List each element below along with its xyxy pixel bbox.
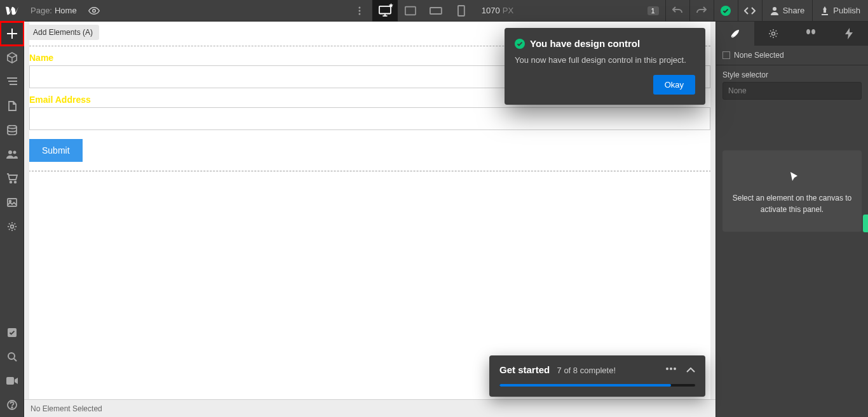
get-started-panel: Get started 7 of 8 complete! — [489, 355, 705, 397]
feedback-tab[interactable] — [863, 215, 868, 232]
style-tab[interactable] — [716, 22, 754, 46]
progress-bar — [499, 384, 695, 387]
get-started-progress-text: 7 of 8 complete! — [557, 366, 616, 375]
svg-rect-23 — [6, 377, 14, 385]
svg-point-22 — [8, 353, 15, 359]
ecommerce-button[interactable] — [0, 166, 24, 190]
svg-rect-5 — [405, 6, 416, 15]
style-selector-label: Style selector — [716, 65, 868, 82]
svg-rect-7 — [458, 6, 465, 16]
svg-point-30 — [674, 367, 676, 370]
svg-point-29 — [670, 367, 672, 370]
interactions-tab[interactable] — [830, 22, 868, 46]
submit-button[interactable]: Submit — [29, 139, 83, 162]
selection-indicator: None Selected — [716, 46, 868, 65]
panel-tabs — [716, 22, 868, 46]
svg-point-14 — [8, 150, 12, 154]
checkbox-icon — [722, 51, 730, 59]
svg-point-25 — [11, 407, 13, 408]
status-text: No Element Selected — [31, 404, 102, 413]
popover-title-row: You have design control — [515, 38, 695, 49]
add-elements-tooltip: Add Elements (A) — [27, 25, 99, 40]
preview-button[interactable] — [83, 0, 105, 22]
empty-panel-hint: Select an element on the canvas to activ… — [722, 150, 862, 232]
cms-button[interactable] — [0, 118, 24, 142]
notification-badge[interactable]: 1 — [648, 6, 659, 15]
page-selector[interactable]: Page: Home — [24, 6, 83, 15]
left-sidebar — [0, 22, 24, 417]
help-button[interactable] — [0, 393, 24, 417]
export-code-button[interactable] — [738, 0, 762, 22]
get-started-title: Get started — [499, 364, 550, 375]
more-icon[interactable] — [666, 367, 676, 373]
page-label: Page: — [31, 6, 52, 15]
svg-rect-6 — [430, 8, 442, 14]
page-name: Home — [55, 6, 77, 15]
users-button[interactable] — [0, 142, 24, 166]
style-manager-tab[interactable] — [792, 22, 831, 46]
progress-fill — [499, 384, 671, 387]
navigator-button[interactable] — [0, 70, 24, 94]
svg-rect-12 — [10, 84, 17, 85]
svg-rect-10 — [7, 77, 17, 79]
popover-body: You now have full design control in this… — [515, 55, 695, 65]
svg-point-9 — [773, 7, 776, 11]
search-button[interactable] — [0, 345, 24, 369]
svg-point-13 — [8, 126, 17, 129]
status-saved-icon[interactable] — [714, 0, 738, 22]
svg-point-3 — [358, 13, 360, 15]
video-button[interactable] — [0, 369, 24, 393]
undo-button[interactable] — [665, 0, 689, 22]
design-control-popover: You have design control You now have ful… — [505, 28, 705, 105]
svg-point-26 — [771, 32, 775, 36]
svg-point-15 — [13, 151, 17, 154]
audit-button[interactable] — [0, 321, 24, 345]
redo-button[interactable] — [689, 0, 714, 22]
svg-rect-11 — [8, 81, 17, 82]
breakpoint-mobile-landscape[interactable] — [423, 0, 449, 22]
svg-point-20 — [11, 225, 14, 228]
breakpoint-mobile-portrait[interactable] — [449, 0, 474, 22]
element-settings-tab[interactable] — [754, 22, 792, 46]
chevron-up-icon[interactable] — [686, 367, 695, 373]
svg-point-1 — [358, 6, 360, 8]
breakpoint-menu-icon[interactable] — [347, 0, 372, 22]
topbar: Page: Home 1070 PX 1 — [0, 0, 868, 22]
settings-button[interactable] — [0, 215, 24, 239]
svg-point-0 — [92, 9, 95, 12]
add-elements-button[interactable] — [0, 22, 24, 46]
symbols-button[interactable] — [0, 46, 24, 70]
class-selector-input[interactable]: None — [722, 82, 862, 100]
okay-button[interactable]: Okay — [653, 75, 695, 95]
assets-button[interactable] — [0, 190, 24, 215]
svg-point-2 — [358, 10, 360, 11]
canvas-width[interactable]: 1070 PX — [474, 6, 521, 15]
webflow-logo[interactable] — [0, 0, 24, 22]
pointer-click-icon — [784, 167, 801, 183]
breakpoint-desktop[interactable] — [372, 0, 398, 22]
status-bar: No Element Selected — [24, 399, 715, 417]
breakpoint-tablet[interactable] — [398, 0, 423, 22]
check-circle-icon — [515, 39, 525, 49]
right-panel: None Selected Style selector None Select… — [715, 22, 868, 417]
topbar-right: 1 Share Publish — [648, 0, 868, 22]
pages-button[interactable] — [0, 94, 24, 118]
svg-point-17 — [15, 182, 17, 183]
svg-point-28 — [666, 367, 668, 370]
publish-button[interactable]: Publish — [812, 0, 868, 22]
breakpoint-switcher: 1070 PX — [347, 0, 521, 22]
share-button[interactable]: Share — [762, 0, 813, 22]
email-input[interactable] — [29, 107, 710, 130]
svg-point-16 — [10, 182, 12, 183]
